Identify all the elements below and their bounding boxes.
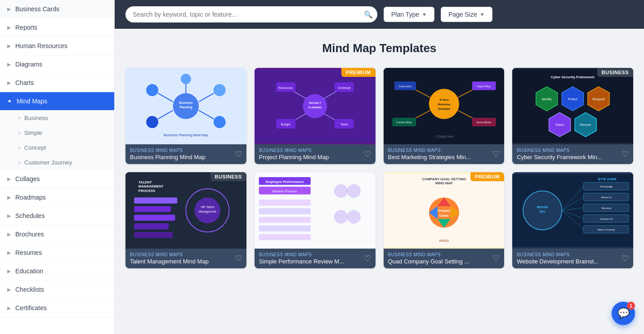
card-footer-card-4: Business Mind MapsCyber Security Framewo… [512,144,633,164]
svg-text:Social Media: Social Media [476,121,492,124]
card-footer-card-1: Business Mind MapsBusiness Planning Mind… [125,144,246,164]
template-card-card-5[interactable]: TALENT MANAGEMENT PROCESS HR Talent Mana… [125,172,246,268]
sidebar-item-education[interactable]: ▶Education [0,262,114,281]
favorite-button-card-2[interactable]: ♡ [364,149,371,159]
plan-type-filter[interactable]: Plan Type ▼ [384,7,434,22]
badge-card-2: PREMIUM [341,68,375,77]
page-size-filter[interactable]: Page Size ▼ [441,7,492,22]
svg-text:Identify: Identify [542,98,552,101]
badge-card-4: BUSINESS [597,68,633,77]
card-footer-card-6: Business Mind MapsSimple Performance Rev… [255,249,376,268]
svg-text:Digital Mktg: Digital Mktg [477,85,490,88]
sidebar-item-schedules[interactable]: ▶Schedules [0,207,114,225]
svg-rect-66 [134,206,171,212]
svg-text:Cyber Security Framework: Cyber Security Framework [551,75,595,79]
sidebar-item-roadmaps[interactable]: ▶Roadmaps [0,188,114,207]
page-size-caret: ▼ [480,12,485,17]
sidebar-item-brochures[interactable]: ▶Brochures [0,225,114,244]
svg-rect-69 [134,232,173,238]
chevron-icon-mind-maps: ▼ [7,99,12,104]
card-footer-card-2: Business Mind MapsProject Planning Mind … [255,144,376,164]
sub-item-customer-journey[interactable]: Customer Journey [0,155,114,170]
chat-icon: 💬 [617,307,630,319]
sidebar-item-reports[interactable]: ▶Reports [0,18,114,37]
svg-text:About Us: About Us [601,196,612,199]
template-card-card-8[interactable]: BYTE GUIDE Homepage About Us Services Co… [512,172,633,268]
sidebar-item-collages[interactable]: ▶Collages [0,170,114,188]
card-title-card-2: Project Planning Mind Map [259,154,329,160]
svg-text:Schedule: Schedule [338,86,350,89]
search-input[interactable] [125,6,377,22]
svg-text:Respond: Respond [593,98,605,101]
search-wrapper: 🔍 [125,6,377,22]
svg-text:10 Best: 10 Best [439,98,449,101]
card-category-card-4: Business Mind Maps [517,148,602,153]
svg-point-11 [214,84,226,96]
favorite-button-card-8[interactable]: ♡ [622,254,629,263]
card-thumb-card-8: BYTE GUIDE Homepage About Us Services Co… [512,172,633,249]
sidebar-item-label-diagrams: Diagrams [15,61,42,68]
svg-text:Content Mktg: Content Mktg [396,121,411,124]
svg-text:Website: Website [537,205,549,209]
svg-text:Marketing: Marketing [438,103,450,106]
template-card-card-7[interactable]: COMPANY GOAL SETTING MIND MAP Company Go… [384,172,505,268]
favorite-button-card-4[interactable]: ♡ [622,149,629,159]
sidebar-item-mind-maps[interactable]: ▼Mind Maps [0,92,114,111]
svg-text:Homepage: Homepage [600,185,613,188]
svg-text:Automation: Automation [398,85,411,88]
sub-item-concept[interactable]: Concept [0,140,114,155]
card-thumb-card-1: Business Planning Business Planning Mind… [125,68,246,144]
card-text-group-card-5: Business Mind MapsTalent Management Mind… [130,252,209,265]
sidebar-item-certificates[interactable]: ▶Certificates [0,299,114,317]
svg-rect-67 [134,215,175,221]
card-text-group-card-6: Business Mind MapsSimple Performance Rev… [259,252,344,265]
template-card-card-6[interactable]: Employee Performance Review Process Busi… [255,172,376,268]
svg-text:Employee Performance: Employee Performance [265,180,304,184]
favorite-button-card-7[interactable]: ♡ [492,254,500,263]
chat-bubble[interactable]: 💬 1 [612,302,635,325]
sidebar-items-container: ▶Business Cards▶Reports▶Human Resources▶… [0,0,114,317]
template-card-card-4[interactable]: Cyber Security Framework Protect Identif… [512,68,633,164]
svg-text:MIND MAP: MIND MAP [435,181,453,185]
sidebar-item-charts[interactable]: ▶Charts [0,74,114,92]
chevron-icon-education: ▶ [7,268,11,274]
sidebar-item-label-checklists: Checklists [15,286,44,293]
favorite-button-card-5[interactable]: ♡ [235,254,242,263]
favorite-button-card-3[interactable]: ♡ [492,149,500,159]
chevron-icon-certificates: ▶ [7,305,11,311]
chat-notification-badge: 1 [627,302,635,310]
svg-text:Tasks: Tasks [340,123,349,126]
sub-item-simple[interactable]: Simple [0,125,114,140]
page-title: Mind Map Templates [125,41,633,55]
favorite-button-card-1[interactable]: ♡ [235,149,242,159]
svg-text:Protect: Protect [568,98,577,101]
card-category-card-3: Business Mind Maps [388,148,471,153]
svg-text:Budget: Budget [281,123,290,126]
sidebar-item-label-education: Education [15,267,43,275]
chevron-icon-collages: ▶ [7,176,11,182]
sidebar-item-business-cards[interactable]: ▶Business Cards [0,0,114,18]
sidebar-item-human-resources[interactable]: ▶Human Resources [0,37,114,55]
template-grid: Business Planning Business Planning Mind… [125,68,633,268]
svg-text:Company: Company [436,209,452,213]
card-category-card-6: Business Mind Maps [259,252,344,257]
svg-text:COMPANY GOAL SETTING: COMPANY GOAL SETTING [422,177,466,181]
svg-point-13 [214,116,226,128]
card-title-card-8: Website Development Brainst... [517,258,599,265]
sidebar-item-diagrams[interactable]: ▶Diagrams [0,55,114,74]
template-card-card-2[interactable]: PROJECT PLANNING Resources Schedule Budg… [255,68,376,164]
card-footer-card-8: Business Mind MapsWebsite Development Br… [512,249,633,268]
sub-item-business[interactable]: Business [0,111,114,125]
template-card-card-1[interactable]: Business Planning Business Planning Mind… [125,68,246,164]
card-thumb-card-6: Employee Performance Review Process [255,172,376,249]
chevron-icon-schedules: ▶ [7,213,11,219]
svg-point-7 [146,84,158,96]
card-thumb-card-3: 10 Best Marketing Strategies Automation … [384,68,505,144]
sidebar-item-checklists[interactable]: ▶Checklists [0,281,114,299]
template-card-card-3[interactable]: 10 Best Marketing Strategies Automation … [384,68,505,164]
favorite-button-card-6[interactable]: ♡ [364,254,371,263]
search-button[interactable]: 🔍 [364,10,373,19]
chevron-icon-roadmaps: ▶ [7,195,11,200]
card-category-card-8: Business Mind Maps [517,252,599,257]
sidebar-item-resumes[interactable]: ▶Resumes [0,244,114,262]
